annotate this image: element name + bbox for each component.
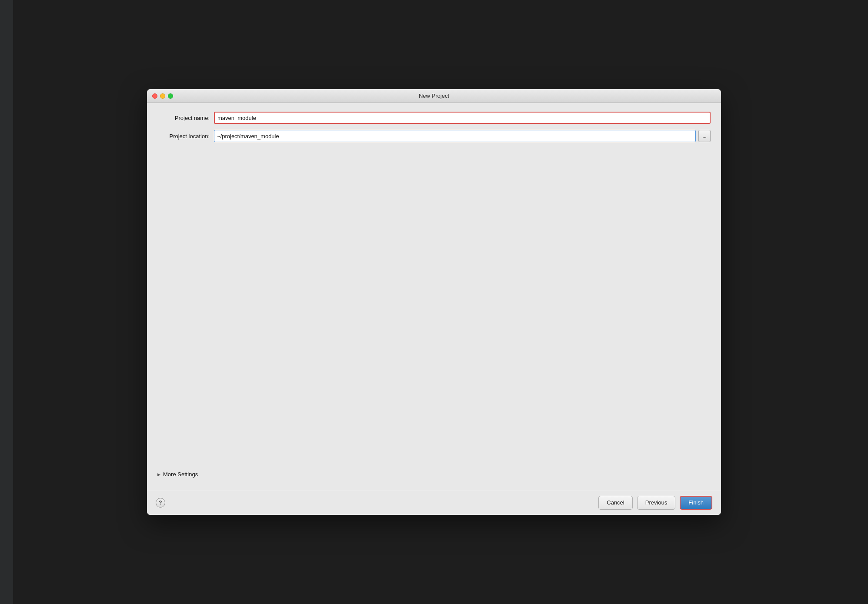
dialog-footer: ? Cancel Previous Finish (147, 490, 721, 515)
help-button[interactable]: ? (156, 498, 165, 508)
dialog-content: Project name: Project location: ... ▶ Mo… (147, 103, 721, 490)
project-location-label: Project location: (157, 133, 214, 139)
project-name-row: Project name: (157, 112, 711, 124)
browse-button[interactable]: ... (698, 130, 711, 142)
more-settings-toggle[interactable]: ▶ More Settings (157, 468, 711, 481)
close-button[interactable] (152, 93, 157, 99)
maximize-button[interactable] (168, 93, 173, 99)
project-name-input[interactable] (214, 112, 711, 124)
project-location-row: Project location: ... (157, 130, 711, 142)
finish-button[interactable]: Finish (680, 496, 712, 510)
dialog-title: New Project (419, 93, 449, 99)
new-project-dialog: New Project Project name: Project locati… (147, 89, 721, 515)
dialog-titlebar: New Project (147, 89, 721, 103)
project-location-input[interactable] (214, 130, 696, 142)
project-name-label: Project name: (157, 115, 214, 121)
previous-button[interactable]: Previous (637, 496, 676, 510)
more-settings-label: More Settings (163, 471, 198, 478)
minimize-button[interactable] (160, 93, 165, 99)
more-settings-arrow-icon: ▶ (157, 472, 160, 477)
dialog-middle (157, 148, 711, 468)
cancel-button[interactable]: Cancel (598, 496, 632, 510)
traffic-lights (152, 93, 173, 99)
footer-left: ? (156, 498, 165, 508)
footer-right: Cancel Previous Finish (598, 496, 712, 510)
